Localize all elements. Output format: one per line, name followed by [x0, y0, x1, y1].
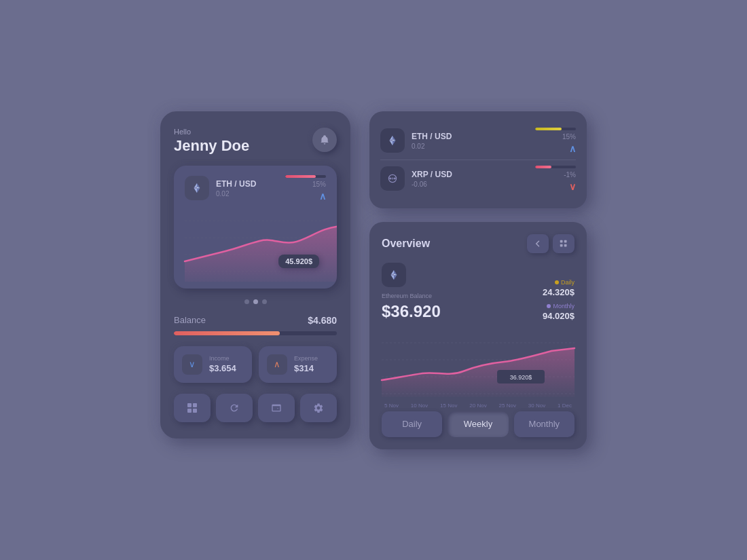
x-label-2: 10 Nov [411, 403, 428, 409]
overview-right: Daily 24.320$ Monthly 94.020$ [513, 263, 575, 321]
bell-icon [319, 134, 330, 145]
overview-header: Overview [382, 234, 575, 253]
monthly-value: 94.020$ [543, 311, 575, 321]
daily-label: Daily [543, 279, 575, 286]
income-info: Income $3.654 [209, 355, 236, 373]
right-panel: ETH / USD 0.02 15% ∧ [369, 111, 587, 449]
balance-label: Balance [174, 315, 206, 325]
overview-grid-button[interactable] [553, 234, 575, 253]
tab-monthly[interactable]: Monthly [514, 411, 575, 437]
overview-back-button[interactable] [527, 234, 549, 253]
time-tabs: Daily Weekly Monthly [382, 411, 575, 437]
overview-ethereum-icon [388, 269, 400, 281]
header-row: Hello Jenny Doe [174, 128, 337, 155]
x-label-1: 5 Nov [384, 403, 399, 409]
income-label: Income [209, 355, 236, 362]
overview-controls [527, 234, 575, 253]
crypto-right: 15% ∧ [285, 175, 326, 202]
xrp-percent: -1% [564, 171, 576, 179]
greeting: Hello [174, 128, 249, 136]
overview-chart-container: 36.920$ [382, 329, 575, 400]
dot-2 [253, 299, 258, 304]
balance-fill [174, 331, 280, 335]
daily-dot [555, 280, 559, 284]
eth-price-val: 0.02 [412, 143, 452, 150]
balance-value: $4.680 [308, 315, 337, 326]
crypto-chart: 45.920$ [185, 207, 326, 288]
dot-1 [244, 299, 249, 304]
income-value: $3.654 [209, 363, 236, 373]
expense-icon: ∧ [267, 354, 287, 375]
xrp-down-arrow-icon: ∨ [569, 181, 576, 192]
monthly-dot [547, 304, 551, 308]
eth-price-icon [380, 128, 405, 153]
eth-icon [185, 176, 209, 200]
carousel-dots [174, 299, 337, 304]
price-left-xrp: XRP / USD -0.06 [380, 166, 452, 191]
x-label-7: 1 Dec [558, 403, 572, 409]
overview-title: Overview [382, 238, 430, 250]
balance-section: Balance $4.680 [174, 315, 337, 335]
svg-marker-17 [390, 141, 393, 145]
eth-progress-bar [535, 128, 576, 130]
price-right-xrp: -1% ∨ [535, 166, 576, 192]
svg-rect-26 [564, 244, 567, 246]
price-item-xrp: XRP / USD -0.06 -1% ∨ [380, 160, 576, 198]
tab-weekly[interactable]: Weekly [448, 411, 508, 437]
svg-marker-30 [391, 275, 395, 280]
crypto-info: ETH / USD 0.02 [185, 176, 256, 200]
overview-left: Ethereum Balance $36.920 [382, 263, 505, 321]
x-label-4: 20 Nov [469, 403, 486, 409]
svg-rect-10 [187, 403, 192, 407]
dot-3 [262, 299, 267, 304]
svg-point-22 [394, 178, 396, 180]
user-info: Hello Jenny Doe [174, 128, 249, 155]
bell-button[interactable] [312, 128, 337, 152]
up-arrow-icon: ∧ [319, 191, 326, 202]
settings-nav-button[interactable] [300, 394, 337, 422]
chart-value-badge: 45.920$ [278, 255, 319, 268]
svg-marker-16 [393, 141, 396, 145]
svg-rect-23 [560, 240, 563, 242]
ethereum-price-icon [386, 134, 399, 147]
income-expense-row: ∨ Income $3.654 ∧ Expense $314 [174, 346, 337, 383]
overview-eth-icon [382, 263, 406, 287]
eth-progress-fill [535, 128, 562, 130]
refresh-nav-button[interactable] [216, 394, 253, 422]
svg-rect-12 [187, 409, 192, 413]
xrp-price-details: XRP / USD -0.06 [412, 170, 452, 188]
income-card: ∨ Income $3.654 [174, 346, 252, 383]
crypto-chart-svg [185, 207, 337, 282]
overview-grid-icon [560, 240, 568, 248]
expense-value: $314 [294, 363, 318, 373]
settings-icon [313, 403, 324, 413]
eth-price-name: ETH / USD [412, 132, 452, 141]
xrp-icon [386, 172, 399, 185]
xrp-price-val: -0.06 [412, 181, 452, 188]
xrp-progress-bar [535, 166, 576, 168]
daily-value: 24.320$ [543, 287, 575, 297]
price-item-eth: ETH / USD 0.02 15% ∧ [380, 122, 576, 160]
xrp-progress-fill [535, 166, 551, 168]
crypto-card: ETH / USD 0.02 15% ∧ [174, 166, 337, 288]
wallet-icon [271, 403, 282, 413]
tab-daily[interactable]: Daily [382, 411, 442, 437]
crypto-price: 0.02 [216, 190, 256, 198]
crypto-progress-fill [285, 175, 316, 178]
svg-marker-3 [194, 188, 198, 193]
down-arrow-icon: ∨ [189, 359, 196, 369]
svg-point-21 [389, 178, 391, 180]
x-axis: 5 Nov 10 Nov 15 Nov 20 Nov 25 Nov 30 Nov… [382, 403, 575, 409]
crypto-details: ETH / USD 0.02 [216, 179, 256, 198]
eth-balance-label: Ethereum Balance [382, 293, 505, 299]
back-arrow-icon [534, 240, 542, 248]
bottom-nav [174, 394, 337, 422]
overview-body: Ethereum Balance $36.920 Daily 24.320$ [382, 263, 575, 321]
xrp-price-name: XRP / USD [412, 170, 452, 179]
grid-nav-button[interactable] [174, 394, 211, 422]
x-label-6: 30 Nov [528, 403, 545, 409]
wallet-nav-button[interactable] [258, 394, 295, 422]
eth-up-arrow-icon: ∧ [569, 143, 576, 154]
price-left-eth: ETH / USD 0.02 [380, 128, 452, 153]
eth-price-details: ETH / USD 0.02 [412, 132, 452, 150]
